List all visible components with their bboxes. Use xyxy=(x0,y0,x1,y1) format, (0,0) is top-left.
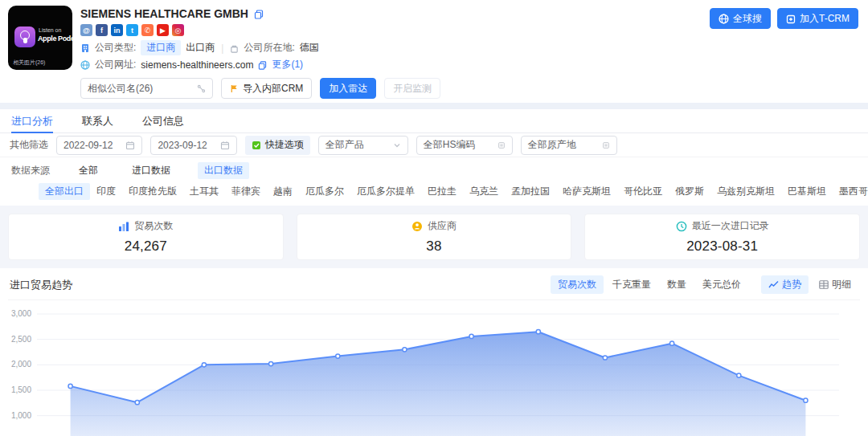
stat-card-trade-count: 贸易次数 24,267 xyxy=(8,214,284,260)
date-from-input[interactable]: 2022-09-12 xyxy=(56,136,142,155)
view-detail-button[interactable]: 明细 xyxy=(812,275,858,294)
svg-text:1,000: 1,000 xyxy=(11,411,31,420)
region-item[interactable]: 巴拉圭 xyxy=(421,183,463,200)
view-trend-button[interactable]: 趋势 xyxy=(761,275,809,294)
globe-white-icon xyxy=(719,13,729,24)
more-link[interactable]: 更多(1) xyxy=(272,58,303,71)
global-search-label: 全球搜 xyxy=(733,12,762,26)
website-value[interactable]: siemens-healthineers.com xyxy=(141,59,253,71)
region-item[interactable]: 越南 xyxy=(267,183,299,200)
company-header: Listen on Apple Podcasts 相关图片(26) SIEMEN… xyxy=(0,0,868,103)
location-icon xyxy=(230,43,239,54)
copy-website-icon[interactable] xyxy=(258,59,267,71)
region-item[interactable]: 厄瓜多尔 xyxy=(299,183,350,200)
quick-options-button[interactable]: 快捷选项 xyxy=(245,136,310,155)
region-item[interactable]: 哥伦比亚 xyxy=(617,183,669,200)
company-name: SIEMENS HEALTHCARE GMBH xyxy=(80,7,248,20)
origin-select[interactable]: 全部原产地 xyxy=(521,136,617,155)
tab-item[interactable]: 公司信息 xyxy=(142,109,184,132)
global-search-button[interactable]: 全球搜 xyxy=(710,8,771,29)
region-item[interactable]: 土耳其 xyxy=(183,183,225,200)
stat-card-last-import: 最近一次进口记录 2023-08-31 xyxy=(584,214,860,260)
metric-button[interactable]: 贸易次数 xyxy=(551,275,604,294)
region-item[interactable]: 乌克兰 xyxy=(463,183,505,200)
youtube-icon[interactable]: ▶ xyxy=(157,24,169,36)
twitter-icon[interactable]: t xyxy=(126,24,138,36)
logo-caption: 相关图片(26) xyxy=(13,59,45,67)
company-type-label: 公司类型: xyxy=(95,41,136,55)
trend-area-chart[interactable]: 05001,0001,5002,0002,5003,0002022-092022… xyxy=(8,303,860,436)
import-crm-label: 导入内部CRM xyxy=(243,82,303,96)
start-monitor-button[interactable]: 开启监测 xyxy=(384,78,440,99)
stat-cards: 贸易次数 24,267 供应商 38 最近一次进口记录 2023-08-31 xyxy=(0,206,868,268)
website-label: 公司网址: xyxy=(95,58,136,71)
list-icon xyxy=(497,140,506,151)
stat-label: 最近一次进口记录 xyxy=(692,219,769,233)
copy-icon[interactable] xyxy=(254,7,264,20)
website-icon[interactable]: @ xyxy=(80,24,92,36)
metric-button[interactable]: 数量 xyxy=(660,275,694,294)
region-item[interactable]: 菲律宾 xyxy=(225,183,267,200)
social-icons: @fint✆▶◎ xyxy=(80,24,440,36)
bar-chart-icon xyxy=(118,220,129,232)
region-item[interactable]: 印度抢先版 xyxy=(122,183,183,200)
region-filter-row: 全部出口印度印度抢先版土耳其菲律宾越南厄瓜多尔厄瓜多尔提单巴拉圭乌克兰孟加拉国哈… xyxy=(0,181,868,206)
line-chart-icon xyxy=(768,280,779,289)
stat-value: 2023-08-31 xyxy=(686,238,758,255)
quick-options-icon xyxy=(252,140,261,151)
logo-listen-on: Listen on xyxy=(39,27,61,33)
data-source-option[interactable]: 全部 xyxy=(72,162,104,179)
data-source-row: 数据来源 全部进口数据出口数据 xyxy=(0,157,868,181)
hs-code-value: 全部HS编码 xyxy=(424,138,476,152)
region-item[interactable]: 巴基斯坦 xyxy=(781,183,833,200)
product-select[interactable]: 全部产品 xyxy=(318,136,408,155)
hs-code-select[interactable]: 全部HS编码 xyxy=(416,136,513,155)
stat-label: 贸易次数 xyxy=(134,219,173,233)
list-icon xyxy=(602,140,610,151)
region-list: 全部出口印度印度抢先版土耳其菲律宾越南厄瓜多尔厄瓜多尔提单巴拉圭乌克兰孟加拉国哈… xyxy=(39,183,868,200)
stat-label: 供应商 xyxy=(428,219,457,233)
date-to-input[interactable]: 2023-09-12 xyxy=(150,136,236,155)
tcrm-icon xyxy=(786,13,796,24)
date-to-value: 2023-09-12 xyxy=(158,140,207,151)
other-filter-label: 其他筛选 xyxy=(10,138,48,152)
stat-value: 24,267 xyxy=(125,238,167,255)
tab-item[interactable]: 联系人 xyxy=(82,109,113,132)
exporter-tag[interactable]: 出口商 xyxy=(186,41,215,55)
import-crm-button[interactable]: 导入内部CRM xyxy=(221,78,312,99)
region-item[interactable]: 厄瓜多尔提单 xyxy=(350,183,421,200)
metric-button[interactable]: 美元总价 xyxy=(695,275,748,294)
region-item[interactable]: 乌兹别克斯坦 xyxy=(710,183,781,200)
region-item[interactable]: 哈萨克斯坦 xyxy=(556,183,617,200)
data-source-option[interactable]: 出口数据 xyxy=(198,162,249,179)
tab-item[interactable]: 进口分析 xyxy=(11,109,53,132)
company-logo: Listen on Apple Podcasts 相关图片(26) xyxy=(8,6,72,70)
product-select-value: 全部产品 xyxy=(326,138,364,152)
region-item[interactable]: 孟加拉国 xyxy=(505,183,556,200)
add-radar-button[interactable]: 加入雷达 xyxy=(320,78,376,99)
instagram-icon[interactable]: ◎ xyxy=(172,24,184,36)
chart-title: 进口贸易趋势 xyxy=(10,278,72,292)
phone-icon[interactable]: ✆ xyxy=(141,24,154,36)
data-source-option[interactable]: 进口数据 xyxy=(125,162,177,179)
importer-tag[interactable]: 进口商 xyxy=(141,40,181,55)
region-item[interactable]: 印度 xyxy=(90,183,122,200)
similar-company-input[interactable]: 相似公司名(26) xyxy=(80,78,213,99)
data-source-label: 数据来源 xyxy=(11,164,50,177)
add-radar-label: 加入雷达 xyxy=(329,82,367,96)
similar-company-value: 相似公司名(26) xyxy=(88,82,153,96)
region-item[interactable]: 全部出口 xyxy=(39,183,90,200)
metric-button[interactable]: 千克重量 xyxy=(605,275,658,294)
region-item[interactable]: 俄罗斯 xyxy=(669,183,710,200)
stat-card-suppliers: 供应商 38 xyxy=(297,214,572,260)
svg-text:2,500: 2,500 xyxy=(11,335,31,344)
region-item[interactable]: 墨西哥海运 xyxy=(833,183,868,200)
podcast-icon xyxy=(14,26,35,47)
globe-icon xyxy=(80,59,90,71)
trend-chart-section: 进口贸易趋势 贸易次数千克重量数量美元总价 趋势 明细 05001,0001,5… xyxy=(0,268,868,436)
linkedin-icon[interactable]: in xyxy=(111,24,123,36)
facebook-icon[interactable]: f xyxy=(96,24,108,36)
add-tcrm-button[interactable]: 加入T-CRM xyxy=(777,8,858,29)
location-label: 公司所在地: xyxy=(244,41,294,55)
supplier-icon xyxy=(411,220,423,232)
